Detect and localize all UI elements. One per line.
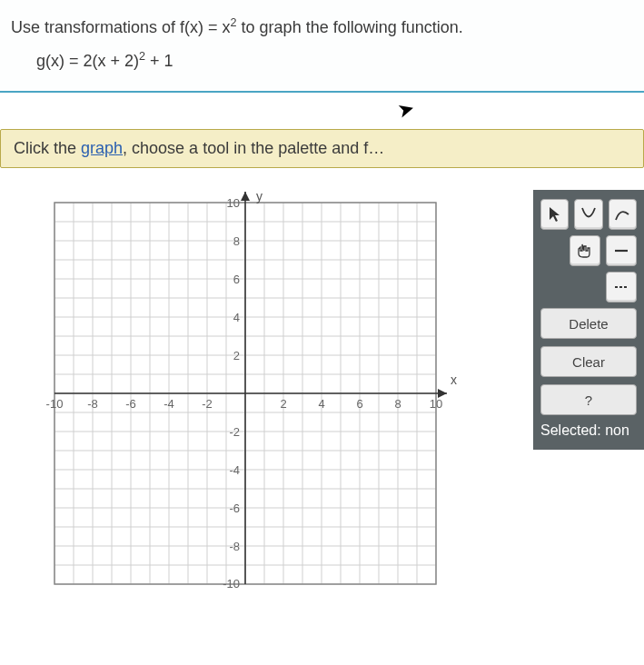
- workspace: ➤ Click the graph, choose a tool in the …: [0, 91, 644, 665]
- pointer-tool[interactable]: [540, 199, 569, 230]
- coordinate-plane[interactable]: y x -10 -8 -6 -4 -2 2 4 6 8 10: [36, 184, 481, 602]
- q2-post: + 1: [145, 52, 173, 70]
- question-header: Use transformations of f(x) = x2 to grap…: [0, 0, 644, 91]
- xtick: 2: [280, 397, 286, 411]
- ytick: 2: [233, 349, 240, 362]
- ytick: 4: [233, 311, 240, 324]
- svg-marker-46: [241, 192, 250, 201]
- ytick: -4: [229, 463, 240, 477]
- ytick: -10: [223, 577, 240, 591]
- q1-pre: Use transformations of f(x) = x: [11, 18, 231, 36]
- instruction-bar: Click the graph, choose a tool in the pa…: [0, 129, 644, 168]
- q1-sup: 2: [231, 16, 237, 29]
- delete-button[interactable]: Delete: [540, 308, 637, 339]
- parabola-tool[interactable]: [574, 199, 602, 230]
- help-button[interactable]: ?: [540, 384, 637, 415]
- xtick: 4: [318, 397, 324, 411]
- xtick: -8: [87, 397, 98, 411]
- selected-status: Selected: non: [540, 422, 637, 439]
- ytick: 8: [233, 234, 240, 248]
- ytick: -8: [229, 540, 240, 553]
- y-axis-label: y: [256, 189, 263, 203]
- drag-tool[interactable]: [570, 235, 600, 266]
- q2-sup: 2: [139, 50, 145, 63]
- xtick: -6: [125, 397, 136, 411]
- question-line-2: g(x) = 2(x + 2)2 + 1: [36, 50, 633, 71]
- xtick: 8: [394, 397, 401, 411]
- q1-post: to graph the following function.: [237, 18, 463, 36]
- xtick: 10: [430, 397, 442, 411]
- graph-link[interactable]: graph: [81, 139, 123, 157]
- x-axis-label: x: [451, 372, 457, 387]
- xtick: 6: [356, 397, 362, 411]
- dashed-tool[interactable]: [606, 272, 637, 303]
- question-line-1: Use transformations of f(x) = x2 to grap…: [11, 16, 633, 37]
- ytick: 6: [233, 273, 240, 286]
- segment-tool[interactable]: [606, 235, 637, 266]
- instr-suffix: , choose a tool in the palette and f…: [123, 139, 384, 157]
- ytick: -2: [229, 425, 240, 439]
- curve-tool[interactable]: [609, 199, 637, 230]
- tool-palette: Delete Clear ? Selected: non: [533, 190, 644, 450]
- ytick: -6: [229, 501, 240, 515]
- xtick: -10: [46, 397, 64, 411]
- clear-button[interactable]: Clear: [540, 346, 637, 377]
- graph-area[interactable]: y x -10 -8 -6 -4 -2 2 4 6 8 10: [0, 184, 481, 602]
- xtick: -4: [163, 397, 174, 411]
- selected-value: non: [605, 422, 629, 438]
- content-area: y x -10 -8 -6 -4 -2 2 4 6 8 10: [0, 168, 644, 602]
- cursor-icon: ➤: [395, 96, 417, 124]
- q2-pre: g(x) = 2(x + 2): [36, 52, 139, 70]
- selected-label: Selected:: [540, 422, 605, 438]
- instr-prefix: Click the: [14, 139, 81, 157]
- xtick: -2: [202, 397, 213, 411]
- ytick: 10: [227, 196, 240, 210]
